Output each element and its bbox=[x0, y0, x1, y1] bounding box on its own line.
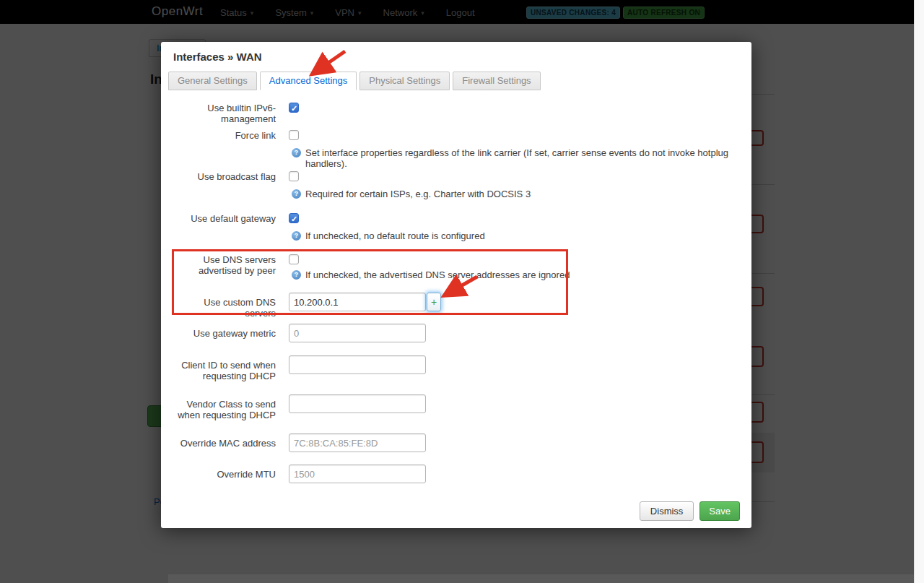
field-label: Override MAC address bbox=[173, 433, 289, 452]
help-text: ? If unchecked, no default route is conf… bbox=[289, 230, 739, 241]
dismiss-button[interactable]: Dismiss bbox=[640, 501, 694, 521]
interfaces-wan-dialog: Interfaces » WAN General Settings Advanc… bbox=[161, 42, 751, 528]
tab-advanced-settings[interactable]: Advanced Settings bbox=[260, 72, 357, 90]
help-icon: ? bbox=[292, 189, 301, 199]
help-text: ? Set interface properties regardless of… bbox=[289, 147, 739, 169]
dns-advertised-checkbox[interactable] bbox=[289, 254, 299, 264]
save-button[interactable]: Save bbox=[699, 501, 740, 521]
tab-firewall-settings[interactable]: Firewall Settings bbox=[453, 72, 540, 90]
background-footer-strip bbox=[168, 574, 914, 583]
form-row-default-gateway: Use default gateway ? If unchecked, no d… bbox=[173, 213, 739, 241]
override-mtu-input[interactable] bbox=[289, 465, 426, 483]
settings-tabs: General Settings Advanced Settings Physi… bbox=[168, 72, 544, 90]
field-label: Override MTU bbox=[173, 465, 289, 483]
broadcast-flag-checkbox[interactable] bbox=[289, 171, 299, 181]
gateway-metric-input[interactable] bbox=[289, 324, 426, 342]
force-link-checkbox[interactable] bbox=[289, 130, 299, 140]
override-mac-input[interactable] bbox=[289, 433, 426, 452]
plus-icon: + bbox=[431, 296, 437, 308]
field-label: Use custom DNS servers bbox=[173, 293, 289, 319]
dialog-title: Interfaces » WAN bbox=[173, 51, 262, 63]
form-row-ipv6-management: Use builtin IPv6-management bbox=[173, 103, 739, 124]
field-label: Use broadcast flag bbox=[173, 171, 289, 199]
form-row-override-mac: Override MAC address bbox=[173, 433, 739, 452]
field-label: Use gateway metric bbox=[173, 324, 289, 342]
custom-dns-input[interactable] bbox=[289, 293, 426, 311]
form-row-override-mtu: Override MTU bbox=[173, 465, 739, 483]
page-scrollbar[interactable] bbox=[914, 0, 924, 583]
dialog-buttons: Dismiss Save bbox=[640, 501, 740, 521]
form-row-vendor-class: Vendor Class to send when requesting DHC… bbox=[173, 394, 739, 420]
help-text: ? If unchecked, the advertised DNS serve… bbox=[289, 269, 739, 280]
field-label: Use DNS servers advertised by peer bbox=[173, 254, 289, 280]
form-row-gateway-metric: Use gateway metric bbox=[173, 324, 739, 342]
ipv6-management-checkbox[interactable] bbox=[289, 103, 299, 113]
form-row-force-link: Force link ? Set interface properties re… bbox=[173, 130, 739, 169]
dhcp-client-id-input[interactable] bbox=[289, 355, 426, 374]
tab-general-settings[interactable]: General Settings bbox=[168, 72, 257, 90]
default-gateway-checkbox[interactable] bbox=[289, 213, 299, 223]
field-label: Use builtin IPv6-management bbox=[173, 103, 289, 124]
dhcp-vendor-class-input[interactable] bbox=[289, 394, 426, 413]
form-row-dns-advertised: Use DNS servers advertised by peer ? If … bbox=[173, 254, 739, 280]
screen: OpenWrt Status▾ System▾ VPN▾ Network▾ Lo… bbox=[0, 0, 924, 583]
field-label: Use default gateway bbox=[173, 213, 289, 241]
field-label: Force link bbox=[173, 130, 289, 169]
field-label: Client ID to send when requesting DHCP bbox=[173, 355, 289, 381]
add-dns-entry-button[interactable]: + bbox=[427, 293, 441, 311]
help-icon: ? bbox=[292, 231, 301, 241]
help-icon: ? bbox=[292, 270, 301, 280]
tab-physical-settings[interactable]: Physical Settings bbox=[359, 72, 450, 90]
form-row-custom-dns: Use custom DNS servers + bbox=[173, 293, 739, 319]
form-row-broadcast-flag: Use broadcast flag ? Required for certai… bbox=[173, 171, 739, 199]
help-text: ? Required for certain ISPs, e.g. Charte… bbox=[289, 189, 739, 199]
form-row-client-id: Client ID to send when requesting DHCP bbox=[173, 355, 739, 381]
help-icon: ? bbox=[292, 148, 301, 157]
field-label: Vendor Class to send when requesting DHC… bbox=[173, 394, 289, 420]
